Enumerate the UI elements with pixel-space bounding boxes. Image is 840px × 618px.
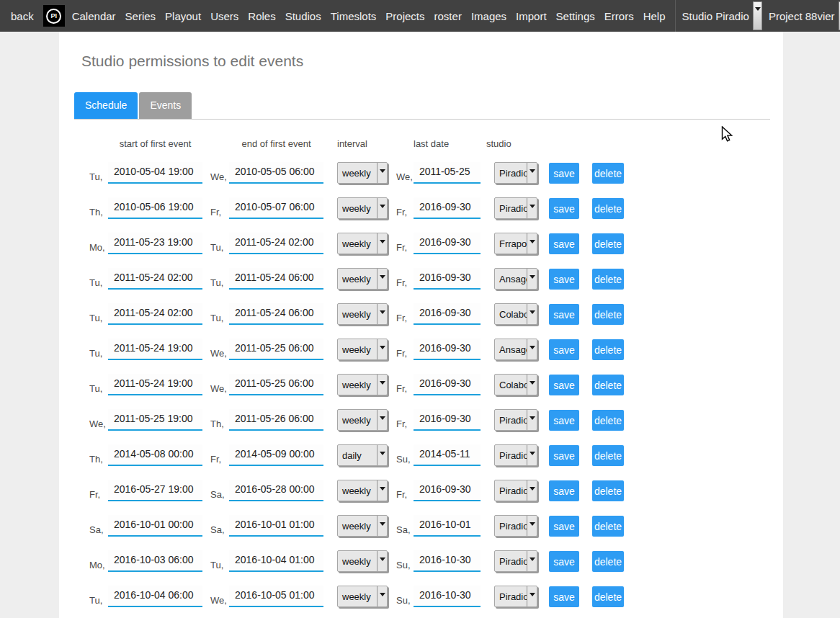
last-date-input[interactable] [414, 586, 481, 607]
interval-select[interactable]: weekly [337, 303, 388, 325]
nav-item-errors[interactable]: Errors [604, 10, 634, 22]
nav-item-playout[interactable]: Playout [165, 10, 201, 22]
studio-row-select[interactable]: Colabo [494, 303, 537, 325]
save-button[interactable]: save [549, 198, 579, 219]
studio-row-select[interactable]: Frrapo [494, 233, 537, 254]
save-button[interactable]: save [549, 375, 579, 395]
interval-select[interactable]: weekly [337, 480, 388, 501]
end-datetime-input[interactable] [229, 374, 323, 395]
last-date-input[interactable] [414, 197, 481, 219]
nav-item-studios[interactable]: Studios [285, 10, 321, 22]
start-datetime-input[interactable] [108, 197, 202, 219]
last-date-input[interactable] [414, 162, 481, 184]
last-date-input[interactable] [414, 515, 481, 537]
delete-button[interactable]: delete [592, 339, 624, 360]
start-datetime-input[interactable] [108, 374, 202, 395]
end-datetime-input[interactable] [229, 339, 323, 360]
delete-button[interactable]: delete [592, 551, 624, 572]
studio-row-select[interactable]: Piradio [494, 586, 537, 607]
interval-select[interactable]: weekly [337, 162, 388, 184]
nav-item-images[interactable]: Images [471, 10, 506, 22]
interval-select[interactable]: daily [337, 444, 388, 466]
nav-item-roles[interactable]: Roles [248, 10, 275, 22]
nav-item-timeslots[interactable]: Timeslots [331, 10, 377, 22]
start-datetime-input[interactable] [108, 339, 202, 360]
interval-select[interactable]: weekly [337, 374, 388, 395]
save-button[interactable]: save [549, 410, 579, 431]
interval-select[interactable]: weekly [337, 586, 388, 607]
last-date-input[interactable] [414, 374, 481, 395]
save-button[interactable]: save [549, 269, 579, 290]
studio-row-select[interactable]: Piradio [494, 480, 537, 501]
studio-row-select[interactable]: Piradio [494, 444, 537, 466]
end-datetime-input[interactable] [229, 444, 323, 466]
last-date-input[interactable] [414, 303, 481, 325]
delete-button[interactable]: delete [592, 163, 624, 184]
start-datetime-input[interactable] [108, 162, 202, 184]
start-datetime-input[interactable] [108, 480, 202, 501]
studio-row-select[interactable]: Piradio [494, 162, 537, 184]
delete-button[interactable]: delete [592, 445, 624, 466]
last-date-input[interactable] [414, 550, 481, 572]
interval-select[interactable]: weekly [337, 409, 388, 431]
piradio-logo-icon[interactable]: PI [43, 5, 65, 27]
end-datetime-input[interactable] [229, 550, 323, 572]
tab-events[interactable]: Events [139, 92, 192, 119]
last-date-input[interactable] [414, 480, 481, 501]
nav-item-import[interactable]: Import [516, 10, 547, 22]
save-button[interactable]: save [549, 480, 579, 501]
start-datetime-input[interactable] [108, 444, 202, 466]
studio-row-select[interactable]: Piradio [494, 409, 537, 431]
studio-row-select[interactable]: Ansage [494, 268, 537, 290]
nav-item-help[interactable]: Help [643, 10, 666, 22]
back-link[interactable]: back [11, 10, 34, 22]
end-datetime-input[interactable] [229, 480, 323, 501]
chevron-down-icon[interactable] [753, 1, 762, 30]
delete-button[interactable]: delete [592, 375, 624, 395]
save-button[interactable]: save [549, 163, 579, 184]
delete-button[interactable]: delete [592, 304, 624, 325]
interval-select[interactable]: weekly [337, 268, 388, 290]
save-button[interactable]: save [549, 339, 579, 360]
studio-row-select[interactable]: Piradio [494, 550, 537, 572]
interval-select[interactable]: weekly [337, 197, 388, 219]
start-datetime-input[interactable] [108, 233, 202, 254]
nav-item-settings[interactable]: Settings [556, 10, 595, 22]
save-button[interactable]: save [549, 233, 579, 254]
end-datetime-input[interactable] [229, 233, 323, 254]
studio-row-select[interactable]: Piradio [494, 515, 537, 537]
tab-schedule[interactable]: Schedule [74, 92, 138, 119]
last-date-input[interactable] [414, 268, 481, 290]
project-select[interactable]: Project 88vier [769, 1, 840, 30]
save-button[interactable]: save [549, 551, 579, 572]
last-date-input[interactable] [414, 233, 481, 254]
interval-select[interactable]: weekly [337, 339, 388, 360]
last-date-input[interactable] [414, 444, 481, 466]
delete-button[interactable]: delete [592, 516, 624, 537]
save-button[interactable]: save [549, 304, 579, 325]
nav-item-series[interactable]: Series [125, 10, 156, 22]
delete-button[interactable]: delete [592, 198, 624, 219]
last-date-input[interactable] [414, 409, 481, 431]
interval-select[interactable]: weekly [337, 233, 388, 254]
last-date-input[interactable] [414, 339, 481, 360]
nav-item-users[interactable]: Users [210, 10, 238, 22]
delete-button[interactable]: delete [592, 586, 624, 607]
end-datetime-input[interactable] [229, 409, 323, 431]
interval-select[interactable]: weekly [337, 515, 388, 537]
interval-select[interactable]: weekly [337, 550, 388, 572]
save-button[interactable]: save [549, 516, 579, 537]
delete-button[interactable]: delete [592, 480, 624, 501]
end-datetime-input[interactable] [229, 197, 323, 219]
start-datetime-input[interactable] [108, 303, 202, 325]
start-datetime-input[interactable] [108, 515, 202, 537]
end-datetime-input[interactable] [229, 162, 323, 184]
delete-button[interactable]: delete [592, 233, 624, 254]
delete-button[interactable]: delete [592, 269, 624, 290]
start-datetime-input[interactable] [108, 586, 202, 607]
studio-select[interactable]: Studio Piradio [682, 1, 762, 30]
studio-row-select[interactable]: Piradio [494, 197, 537, 219]
end-datetime-input[interactable] [229, 586, 323, 607]
start-datetime-input[interactable] [108, 268, 202, 290]
nav-item-calendar[interactable]: Calendar [72, 10, 116, 22]
